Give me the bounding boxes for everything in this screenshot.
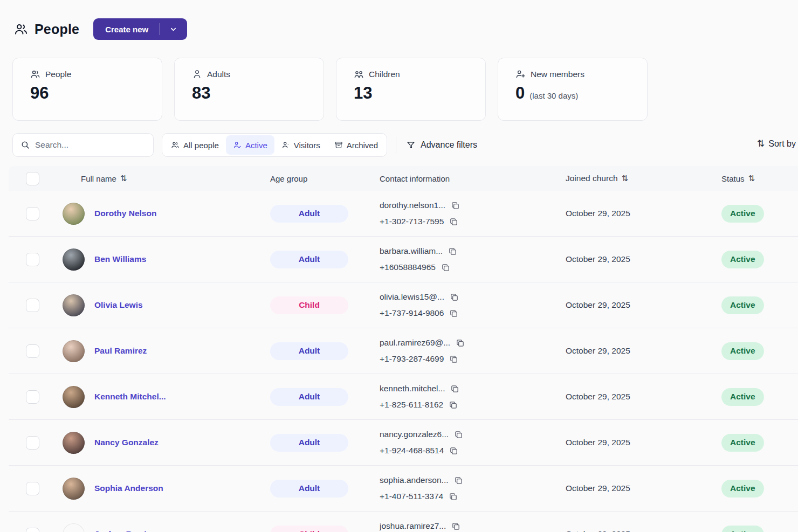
- table-row: Nancy Gonzalez Adult nancy.gonzalez6... …: [9, 420, 798, 466]
- copy-email-icon[interactable]: [448, 247, 457, 256]
- copy-email-icon[interactable]: [450, 293, 459, 302]
- phone-text: +1-737-914-9806: [380, 308, 444, 318]
- row-checkbox[interactable]: [26, 344, 39, 358]
- phone-text: +1-825-611-8162: [380, 400, 443, 410]
- people-icon: [30, 69, 40, 79]
- email-text: olivia.lewis15@...: [380, 292, 444, 302]
- avatar: [63, 340, 85, 362]
- table-row: Dorothy Nelson Adult dorothy.nelson1... …: [9, 191, 798, 237]
- stat-card-children: Children 13: [336, 58, 486, 121]
- status-badge: Active: [721, 388, 764, 406]
- avatar: [63, 523, 85, 532]
- stat-label: Children: [369, 70, 400, 79]
- joined-date: October 29, 2025: [566, 209, 630, 218]
- table-row: Paul Ramirez Adult paul.ramirez69@... +1…: [9, 328, 798, 374]
- copy-phone-icon[interactable]: [449, 217, 458, 226]
- divider: [396, 137, 396, 153]
- person-name-link[interactable]: Olivia Lewis: [94, 300, 143, 310]
- search-box[interactable]: [12, 133, 154, 157]
- phone-text: +16058884965: [380, 262, 436, 272]
- person-name-link[interactable]: Joshua Ramirez: [94, 529, 159, 532]
- column-header-age-group: Age group: [270, 174, 307, 183]
- stat-value: 13: [354, 84, 372, 103]
- people-table: Full name ⇅ Age group Contact informatio…: [9, 166, 798, 532]
- stat-label: New members: [531, 70, 584, 79]
- avatar: [63, 203, 85, 225]
- advance-filters-button[interactable]: Advance filters: [406, 140, 477, 150]
- person-name-link[interactable]: Ben Williams: [94, 254, 146, 264]
- email-text: joshua.ramirez7...: [380, 521, 446, 531]
- tab-label: All people: [183, 141, 219, 150]
- copy-email-icon[interactable]: [454, 430, 463, 439]
- status-badge: Active: [721, 434, 764, 452]
- tab-label: Archived: [347, 141, 378, 150]
- row-checkbox[interactable]: [26, 299, 39, 312]
- phone-text: +1-924-468-8514: [380, 446, 444, 455]
- stat-card-new-members: New members 0 (last 30 days): [498, 58, 648, 121]
- person-name-link[interactable]: Dorothy Nelson: [94, 209, 156, 218]
- copy-phone-icon[interactable]: [441, 263, 450, 272]
- row-checkbox[interactable]: [26, 390, 39, 404]
- email-text: barbara.william...: [380, 246, 443, 256]
- row-checkbox[interactable]: [26, 253, 39, 266]
- stat-label: Adults: [207, 70, 230, 79]
- row-checkbox[interactable]: [26, 207, 39, 220]
- tab-archived[interactable]: Archived: [327, 135, 385, 155]
- search-icon: [20, 140, 30, 150]
- row-checkbox[interactable]: [26, 528, 39, 532]
- sort-icon[interactable]: ⇅: [120, 174, 127, 183]
- copy-email-icon[interactable]: [451, 522, 460, 531]
- column-header-full-name: Full name: [81, 174, 116, 183]
- email-text: paul.ramirez69@...: [380, 338, 450, 348]
- age-group-badge: Child: [270, 526, 348, 532]
- tab-visitors[interactable]: Visitors: [274, 135, 327, 155]
- people-icon: [14, 22, 28, 36]
- joined-date: October 29, 2025: [566, 346, 630, 355]
- joined-date: October 29, 2025: [566, 438, 630, 447]
- row-checkbox[interactable]: [26, 482, 39, 495]
- status-badge: Active: [721, 205, 764, 223]
- column-header-contact: Contact information: [380, 174, 450, 183]
- age-group-badge: Adult: [270, 434, 348, 452]
- row-checkbox[interactable]: [26, 436, 39, 450]
- sort-icon: ⇅: [757, 138, 765, 149]
- copy-phone-icon[interactable]: [449, 446, 458, 455]
- tab-active[interactable]: Active: [226, 135, 274, 155]
- age-group-badge: Adult: [270, 388, 348, 406]
- search-input[interactable]: [35, 140, 146, 150]
- select-all-checkbox[interactable]: [26, 172, 39, 185]
- avatar: [63, 294, 85, 316]
- copy-email-icon[interactable]: [454, 476, 463, 485]
- column-header-status: Status: [721, 174, 745, 183]
- table-row: Joshua Ramirez Child joshua.ramirez7... …: [9, 512, 798, 532]
- status-badge: Active: [721, 526, 764, 532]
- sort-icon[interactable]: ⇅: [748, 174, 755, 183]
- person-name-link[interactable]: Sophia Anderson: [94, 483, 163, 493]
- phone-text: +1-793-287-4699: [380, 354, 444, 364]
- avatar: [63, 478, 85, 500]
- copy-phone-icon[interactable]: [449, 355, 458, 364]
- sort-icon[interactable]: ⇅: [622, 174, 629, 183]
- create-new-button[interactable]: Create new: [93, 18, 187, 40]
- stat-value: 0: [515, 84, 525, 103]
- copy-phone-icon[interactable]: [449, 400, 458, 410]
- tab-label: Active: [245, 141, 267, 150]
- stat-value: 83: [192, 84, 210, 103]
- copy-phone-icon[interactable]: [449, 309, 458, 318]
- status-badge: Active: [721, 480, 764, 498]
- tab-all-people[interactable]: All people: [164, 135, 226, 155]
- person-name-link[interactable]: Nancy Gonzalez: [94, 438, 159, 447]
- table-row: Sophia Anderson Adult sophia.anderson...…: [9, 466, 798, 512]
- email-text: dorothy.nelson1...: [380, 201, 445, 210]
- avatar: [63, 432, 85, 454]
- chevron-down-icon[interactable]: [160, 25, 187, 33]
- person-name-link[interactable]: Kenneth Mitchel...: [94, 392, 166, 402]
- copy-phone-icon[interactable]: [449, 492, 458, 501]
- copy-email-icon[interactable]: [451, 201, 460, 210]
- avatar: [63, 248, 85, 271]
- person-name-link[interactable]: Paul Ramirez: [94, 346, 147, 356]
- copy-email-icon[interactable]: [450, 384, 459, 393]
- stat-label: People: [45, 70, 71, 79]
- copy-email-icon[interactable]: [456, 338, 465, 348]
- sort-by-button[interactable]: ⇅ Sort by: [757, 138, 796, 149]
